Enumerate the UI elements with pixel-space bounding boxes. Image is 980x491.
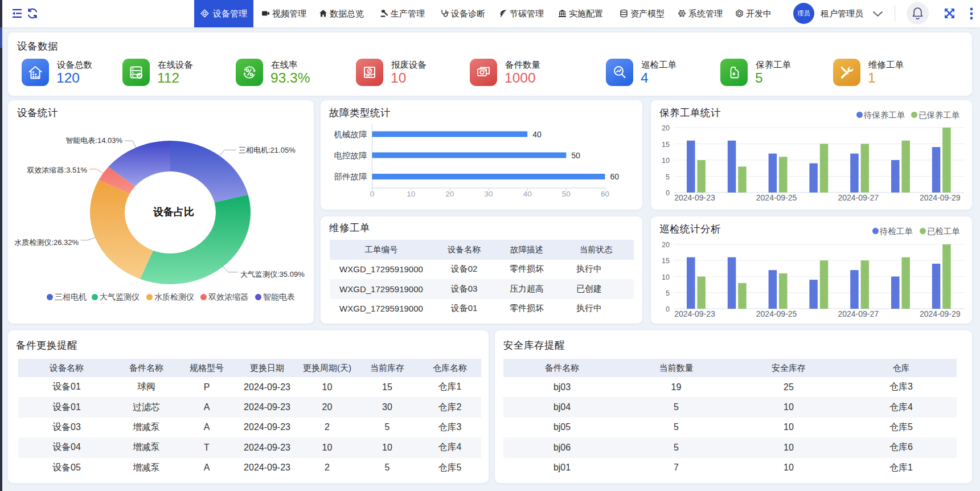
svg-text:20: 20 — [662, 241, 670, 249]
svg-text:2024-09-23: 2024-09-23 — [674, 309, 715, 318]
svg-text:20: 20 — [445, 190, 454, 198]
svg-text:2024-09-29: 2024-09-29 — [920, 193, 961, 202]
svg-text:5: 5 — [666, 289, 670, 297]
svg-text:10: 10 — [662, 157, 670, 165]
svg-text:50: 50 — [571, 151, 580, 160]
svg-text:2024-09-25: 2024-09-25 — [756, 309, 797, 318]
svg-text:20: 20 — [662, 124, 670, 132]
svg-text:2024-09-25: 2024-09-25 — [756, 193, 797, 202]
svg-text:2024-09-29: 2024-09-29 — [920, 309, 961, 318]
svg-text:10: 10 — [407, 190, 415, 198]
svg-text:2024-09-23: 2024-09-23 — [674, 193, 715, 202]
svg-text:50: 50 — [562, 190, 571, 198]
svg-text:10: 10 — [662, 273, 670, 281]
svg-text:5: 5 — [666, 173, 670, 181]
svg-text:0: 0 — [666, 189, 670, 197]
svg-text:60: 60 — [601, 190, 609, 198]
svg-text:电控故障: 电控故障 — [334, 151, 368, 160]
svg-text:2024-09-27: 2024-09-27 — [838, 193, 879, 202]
svg-text:部件故障: 部件故障 — [334, 172, 368, 181]
svg-text:60: 60 — [610, 172, 620, 181]
svg-text:0: 0 — [666, 305, 670, 313]
svg-text:0: 0 — [370, 190, 375, 198]
svg-text:15: 15 — [662, 141, 670, 149]
svg-text:2024-09-27: 2024-09-27 — [838, 309, 879, 318]
svg-text:机械故障: 机械故障 — [334, 130, 368, 139]
svg-text:40: 40 — [523, 190, 532, 198]
svg-text:30: 30 — [484, 190, 493, 198]
svg-text:15: 15 — [662, 257, 670, 265]
svg-text:40: 40 — [532, 130, 542, 139]
